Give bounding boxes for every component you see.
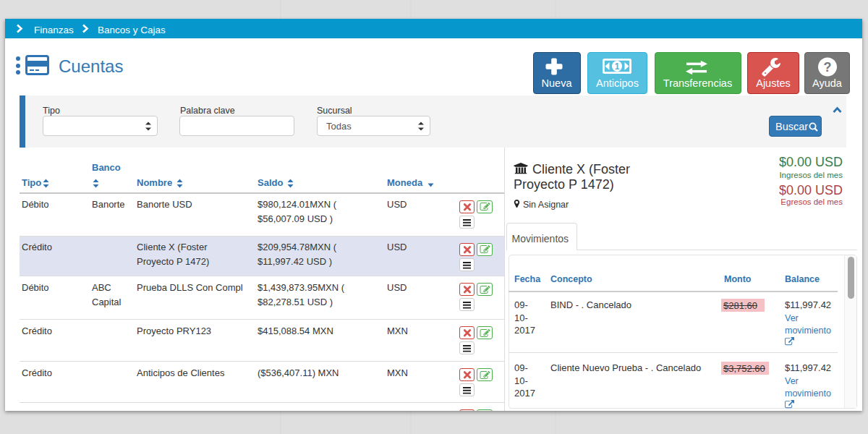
svg-text:1: 1 bbox=[614, 61, 619, 72]
svg-text:?: ? bbox=[823, 60, 831, 75]
